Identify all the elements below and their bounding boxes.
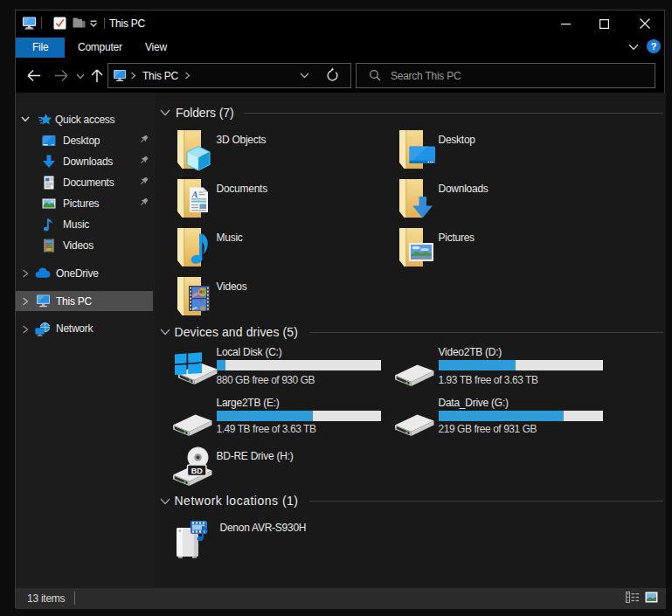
svg-text:BD: BD bbox=[191, 467, 203, 475]
svg-text:A: A bbox=[191, 190, 198, 199]
svg-text:?: ? bbox=[651, 41, 657, 52]
